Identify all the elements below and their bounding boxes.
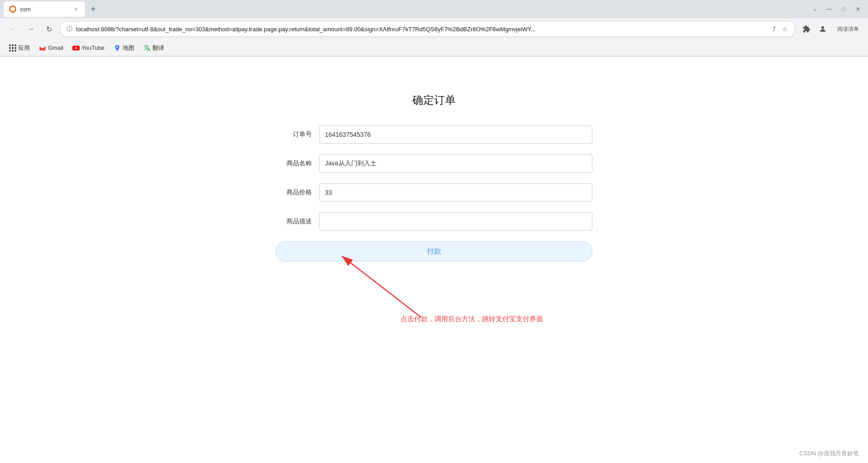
new-tab-button[interactable]: + [87,3,100,15]
product-desc-row: 商品描述 [276,212,592,231]
product-desc-label: 商品描述 [276,217,312,226]
product-price-row: 商品价格 [276,183,592,202]
tab-bar: ssm × + ⌄ — □ ✕ [0,0,868,18]
svg-point-0 [821,26,824,29]
product-name-input[interactable] [319,154,592,173]
tab-close-button[interactable]: × [72,5,80,13]
annotation-text: 点击付款，调用后台方法，跳转支付宝支付界面 [401,315,543,323]
refresh-button[interactable]: ↻ [42,22,56,36]
order-form: 订单号 商品名称 商品价格 商品描述 付款 [276,125,592,261]
bookmark-maps-label: 地图 [123,44,134,52]
order-number-input[interactable] [319,125,592,144]
url-action-icons: ⤴ ☆ [770,25,789,33]
extensions-icon[interactable] [799,22,814,36]
tab-strip-collapse[interactable]: ⌄ [813,6,817,12]
bookmark-maps[interactable]: 地图 [110,42,138,54]
bookmark-apps[interactable]: 应用 [5,42,33,54]
toolbar-icons [799,22,830,36]
youtube-icon [72,44,80,52]
bookmark-apps-label: 应用 [18,44,30,52]
bookmark-youtube-label: YouTube [81,44,105,51]
order-number-label: 订单号 [276,130,312,139]
page-content: 确定订单 订单号 商品名称 商品价格 商品描述 付款 [0,57,868,455]
url-text: localhost:8088/?charset=utf-8&out_trade_… [76,26,766,33]
gmail-icon [39,44,46,52]
bookmark-gmail-label: Gmail [48,44,63,51]
bookmark-translate[interactable]: 翻译 [140,42,168,54]
tab-title: ssm [20,6,69,13]
product-price-label: 商品价格 [276,188,312,197]
bookmark-gmail[interactable]: Gmail [35,43,67,53]
address-bar: ← → ↻ ⓘ localhost:8088/?charset=utf-8&ou… [0,18,868,40]
translate-icon [143,44,151,52]
maximize-button[interactable]: □ [837,3,850,15]
bookmark-star-icon[interactable]: ☆ [781,25,789,33]
watermark: CSDN @借我丹青妙笔 [799,449,859,458]
share-icon[interactable]: ⤴ [770,25,778,33]
window-controls: ⌄ — □ ✕ [813,3,864,15]
url-bar[interactable]: ⓘ localhost:8088/?charset=utf-8&out_trad… [60,21,796,37]
profile-icon[interactable] [816,22,830,36]
product-price-input[interactable] [319,183,592,202]
bookmark-translate-label: 翻译 [153,44,164,52]
close-button[interactable]: ✕ [852,3,864,15]
forward-button[interactable]: → [24,22,38,36]
tab-favicon [9,5,16,13]
page-title: 确定订单 [412,93,456,107]
product-name-row: 商品名称 [276,154,592,173]
bookmarks-bar: 应用 Gmail YouTube 地图 翻译 [0,40,868,56]
security-icon: ⓘ [67,25,72,33]
back-button[interactable]: ← [5,22,20,36]
product-name-label: 商品名称 [276,159,312,168]
active-tab[interactable]: ssm × [4,1,85,17]
pay-button[interactable]: 付款 [276,241,592,261]
svg-line-4 [342,256,421,317]
bookmark-youtube[interactable]: YouTube [69,43,108,53]
reader-mode-button[interactable]: 阅读清单 [834,24,863,35]
product-desc-input[interactable] [319,212,592,231]
grid-icon [9,44,16,52]
order-number-row: 订单号 [276,125,592,144]
maps-icon [114,44,121,52]
minimize-button[interactable]: — [823,3,835,15]
